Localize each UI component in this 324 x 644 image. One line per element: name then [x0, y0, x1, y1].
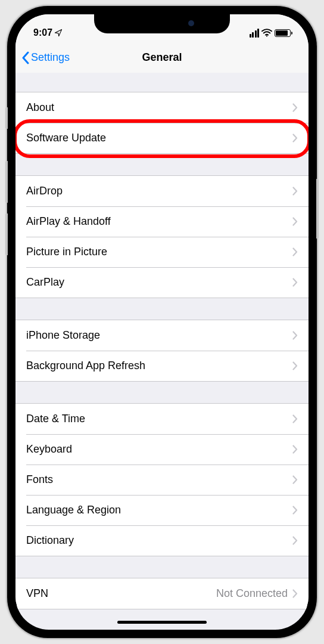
- battery-icon: [275, 29, 291, 37]
- row-label: Software Update: [26, 132, 292, 144]
- row-detail: Not Connected: [216, 587, 288, 600]
- row-dictionary[interactable]: Dictionary: [15, 525, 309, 556]
- row-label: Keyboard: [26, 443, 292, 456]
- row-airdrop[interactable]: AirDrop: [15, 176, 309, 206]
- row-iphone-storage[interactable]: iPhone Storage: [15, 320, 309, 351]
- side-button-power: [316, 179, 319, 239]
- row-label: CarPlay: [26, 276, 292, 289]
- row-software-update[interactable]: Software Update: [15, 123, 309, 153]
- chevron-right-icon: [292, 506, 298, 515]
- chevron-right-icon: [292, 331, 298, 340]
- wifi-icon: [261, 29, 272, 37]
- row-label: Background App Refresh: [26, 360, 292, 372]
- chevron-right-icon: [292, 445, 298, 454]
- chevron-right-icon: [292, 589, 298, 598]
- row-about[interactable]: About: [15, 92, 309, 123]
- row-airplay-handoff[interactable]: AirPlay & Handoff: [15, 206, 309, 237]
- row-language-region[interactable]: Language & Region: [15, 495, 309, 525]
- status-left: 9:07: [33, 27, 63, 38]
- back-button[interactable]: Settings: [21, 51, 70, 64]
- settings-group-5: VPN Not Connected: [15, 578, 309, 609]
- status-time: 9:07: [33, 27, 52, 38]
- signal-icon: [250, 29, 260, 38]
- status-right: [250, 29, 291, 38]
- chevron-right-icon: [292, 361, 298, 370]
- chevron-left-icon: [21, 51, 30, 64]
- row-label: VPN: [26, 587, 216, 600]
- page-title: General: [142, 51, 182, 64]
- row-label: Picture in Picture: [26, 246, 292, 258]
- row-date-time[interactable]: Date & Time: [15, 404, 309, 434]
- svg-point-0: [266, 35, 267, 36]
- side-button-silent: [5, 107, 8, 129]
- row-background-app-refresh[interactable]: Background App Refresh: [15, 351, 309, 381]
- chevron-right-icon: [292, 278, 298, 287]
- settings-group-4: Date & Time Keyboard Fonts Language & Re…: [15, 403, 309, 556]
- side-button-volume-up: [5, 161, 8, 203]
- row-vpn[interactable]: VPN Not Connected: [15, 578, 309, 609]
- row-label: AirDrop: [26, 185, 292, 197]
- chevron-right-icon: [292, 134, 298, 143]
- row-label: Date & Time: [26, 413, 292, 425]
- settings-group-1: About Software Update: [15, 92, 309, 154]
- row-keyboard[interactable]: Keyboard: [15, 434, 309, 465]
- location-icon: [54, 29, 63, 37]
- row-fonts[interactable]: Fonts: [15, 465, 309, 495]
- row-label: Language & Region: [26, 504, 292, 516]
- chevron-right-icon: [292, 247, 298, 256]
- chevron-right-icon: [292, 536, 298, 545]
- back-label: Settings: [31, 51, 70, 64]
- side-button-volume-down: [5, 213, 8, 255]
- content-scroll[interactable]: About Software Update AirDrop AirPlay & …: [15, 73, 309, 630]
- nav-bar: Settings General: [15, 43, 309, 73]
- row-label: Dictionary: [26, 534, 292, 547]
- row-label: Fonts: [26, 473, 292, 486]
- chevron-right-icon: [292, 187, 298, 196]
- settings-group-2: AirDrop AirPlay & Handoff Picture in Pic…: [15, 175, 309, 298]
- row-label: AirPlay & Handoff: [26, 215, 292, 228]
- notch: [94, 14, 230, 33]
- chevron-right-icon: [292, 475, 298, 484]
- chevron-right-icon: [292, 103, 298, 112]
- home-indicator[interactable]: [117, 621, 207, 624]
- settings-group-3: iPhone Storage Background App Refresh: [15, 320, 309, 382]
- row-label: About: [26, 101, 292, 114]
- chevron-right-icon: [292, 414, 298, 423]
- chevron-right-icon: [292, 217, 298, 226]
- row-carplay[interactable]: CarPlay: [15, 267, 309, 298]
- row-picture-in-picture[interactable]: Picture in Picture: [15, 237, 309, 267]
- row-label: iPhone Storage: [26, 329, 292, 342]
- screen: 9:07 Settings General About: [15, 14, 309, 630]
- phone-frame: 9:07 Settings General About: [7, 6, 317, 638]
